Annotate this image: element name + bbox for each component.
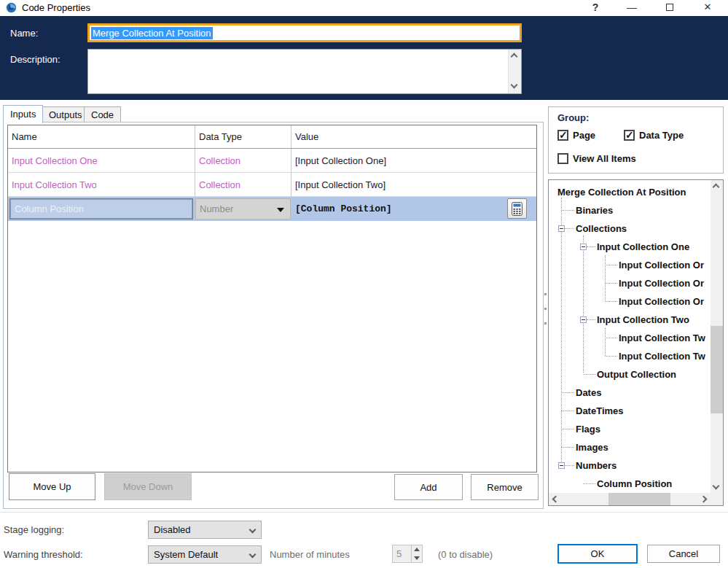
move-up-button[interactable]: Move Up (9, 473, 95, 500)
tree-item-binaries[interactable]: Binaries (549, 201, 711, 219)
scroll-up-icon[interactable] (713, 184, 720, 191)
close-icon[interactable]: ✕ (692, 0, 724, 16)
checkbox-data-type-box[interactable] (624, 130, 635, 141)
grid-row-input-collection-two[interactable]: Input Collection Two Collection [Input C… (8, 173, 536, 197)
scroll-up-icon[interactable] (511, 53, 518, 61)
help-icon[interactable]: ? (579, 0, 611, 16)
scrollbar-thumb[interactable] (608, 493, 670, 505)
tab-inputs[interactable]: Inputs (3, 105, 43, 123)
scroll-left-icon[interactable] (552, 496, 560, 503)
column-header-data-type[interactable]: Data Type (195, 125, 291, 148)
tree-item-column-position[interactable]: Column Position (549, 475, 711, 493)
blueprism-logo-icon (6, 2, 17, 13)
description-scrollbar[interactable] (508, 50, 521, 93)
dropdown-arrow-icon (277, 208, 284, 212)
spin-up-icon[interactable] (414, 548, 420, 551)
code-properties-dialog: Code Properties ? — ✕ Name: Merge Collec… (0, 0, 728, 568)
column-header-name[interactable]: Name (8, 125, 195, 148)
collapse-icon[interactable] (558, 225, 565, 232)
remove-button[interactable]: Remove (471, 474, 539, 500)
scrollbar-thumb[interactable] (711, 326, 723, 413)
parameter-name-input[interactable]: Column Position (10, 199, 192, 219)
number-of-minutes-label: Number of minutes (270, 549, 350, 560)
description-input[interactable] (87, 49, 522, 94)
tree-item-field[interactable]: Input Collection Tw (549, 329, 711, 347)
footer-divider (0, 512, 728, 513)
tree-item-output-collection[interactable]: Output Collection (549, 365, 711, 384)
tree-item-collections[interactable]: Collections (549, 219, 711, 238)
tab-outputs[interactable]: Outputs (42, 106, 90, 122)
checkbox-view-all-items[interactable]: View All Items (557, 153, 636, 164)
tab-code[interactable]: Code (84, 106, 121, 122)
group-panel: Group: Page Data Type View All Items (548, 106, 724, 174)
scroll-down-icon[interactable] (713, 483, 720, 490)
window-title: Code Properties (22, 2, 90, 13)
data-type-dropdown[interactable]: Number (195, 198, 291, 219)
title-bar: Code Properties ? — ✕ (0, 0, 728, 16)
tree-item-datetimes[interactable]: DateTimes (549, 402, 711, 420)
move-down-button: Move Down (104, 473, 192, 500)
checkbox-data-type[interactable]: Data Type (624, 130, 684, 141)
disable-hint-label: (0 to disable) (438, 549, 493, 560)
spinner-arrows[interactable] (411, 545, 422, 562)
name-input[interactable]: Merge Collection At Position (87, 23, 522, 42)
tree-item-input-collection-two[interactable]: Input Collection Two (549, 311, 711, 329)
checkbox-view-all-items-box[interactable] (557, 153, 568, 164)
tree-item-input-collection-one[interactable]: Input Collection One (549, 238, 711, 256)
tree-item-flags[interactable]: Flags (549, 420, 711, 438)
tree-item-field[interactable]: Input Collection Tw (549, 347, 711, 365)
checkbox-page[interactable]: Page (557, 130, 595, 141)
collapse-icon[interactable] (580, 244, 587, 250)
description-label: Description: (10, 54, 60, 65)
name-value-selected-text: Merge Collection At Position (91, 27, 213, 39)
spin-down-icon[interactable] (414, 556, 420, 560)
tree-item-root[interactable]: Merge Collection At Position (549, 183, 711, 201)
data-items-tree: Merge Collection At Position Binaries Co… (548, 179, 724, 506)
parameters-grid: Name Data Type Value Input Collection On… (7, 125, 537, 472)
tree-item-field[interactable]: Input Collection Or (549, 292, 711, 311)
scroll-right-icon[interactable] (700, 496, 708, 503)
tree-item-numbers[interactable]: Numbers (549, 456, 711, 475)
expression-editor-button[interactable] (507, 198, 527, 219)
calculator-icon (512, 202, 522, 216)
warning-threshold-dropdown[interactable]: System Default (148, 545, 262, 564)
ok-button[interactable]: OK (557, 544, 638, 564)
tree-item-field[interactable]: Input Collection Or (549, 274, 711, 292)
properties-header: Name: Merge Collection At Position Descr… (0, 16, 728, 100)
panel-splitter[interactable] (544, 293, 547, 338)
grid-row-input-collection-one[interactable]: Input Collection One Collection [Input C… (8, 149, 536, 173)
group-label: Group: (557, 112, 589, 123)
stage-logging-dropdown[interactable]: Disabled (148, 521, 262, 539)
dropdown-chevron-icon (249, 551, 257, 559)
tree-vertical-scrollbar[interactable] (711, 180, 723, 493)
minutes-spinner[interactable]: 5 (392, 545, 423, 563)
collapse-icon[interactable] (558, 462, 565, 469)
tree-item-dates[interactable]: Dates (549, 384, 711, 402)
tree-viewport: Merge Collection At Position Binaries Co… (549, 180, 711, 493)
stage-logging-label: Stage logging: (4, 524, 64, 535)
column-header-value[interactable]: Value (291, 125, 536, 148)
tree-horizontal-scrollbar[interactable] (549, 493, 711, 505)
collapse-icon[interactable] (580, 316, 587, 323)
tree-item-images[interactable]: Images (549, 438, 711, 456)
warning-threshold-label: Warning threshold: (4, 549, 83, 560)
add-button[interactable]: Add (394, 474, 463, 500)
scroll-down-icon[interactable] (511, 82, 518, 89)
minimize-icon[interactable]: — (616, 0, 648, 16)
checkbox-page-box[interactable] (557, 130, 568, 141)
tree-item-field[interactable]: Input Collection Or (549, 256, 711, 274)
name-label: Name: (10, 28, 38, 39)
grid-row-column-position[interactable]: Column Position Number [Column Position] (8, 197, 536, 221)
inputs-tab-panel: Name Data Type Value Input Collection On… (3, 122, 544, 509)
dropdown-chevron-icon (249, 526, 257, 534)
cancel-button[interactable]: Cancel (647, 545, 720, 563)
maximize-icon[interactable] (654, 0, 686, 16)
grid-header-row: Name Data Type Value (8, 125, 536, 149)
